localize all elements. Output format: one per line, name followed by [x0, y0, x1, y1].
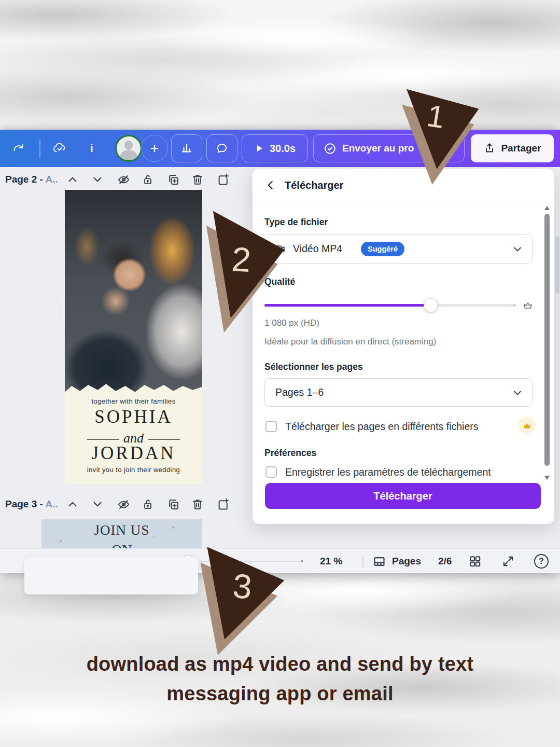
trash-icon[interactable] [189, 171, 206, 188]
info-icon[interactable]: i [90, 130, 93, 167]
invitation-line1: together with their families [65, 397, 202, 405]
lock-icon[interactable] [139, 171, 157, 188]
crown-icon [522, 300, 534, 311]
eye-off-icon[interactable] [115, 171, 132, 188]
caption-text: download as mp4 video and send by text m… [0, 649, 560, 709]
page3-title[interactable]: Page 3 - A.. [5, 493, 58, 516]
play-duration-button[interactable]: 30.0s [242, 134, 308, 162]
download-panel: Télécharger Type de fichier Vidéo MP4 Su… [253, 169, 554, 524]
download-button[interactable]: Télécharger [265, 483, 541, 509]
download-panel-title: Télécharger [285, 169, 343, 202]
duration-label: 30.0s [270, 143, 296, 155]
duplicate-page-button[interactable] [164, 495, 182, 513]
page3-header: Page 3 - A.. [0, 493, 249, 516]
page2-header: Page 2 - A.. [0, 168, 249, 191]
slider-handle[interactable] [424, 298, 438, 312]
separate-files-label: Télécharger les pages en différents fich… [285, 421, 479, 433]
slider-end-tick [514, 305, 515, 306]
move-page-down-button[interactable] [89, 495, 106, 513]
move-page-up-button[interactable] [64, 171, 81, 188]
zoom-slider-tick [301, 560, 303, 562]
scrollbar-thumb[interactable] [544, 214, 550, 466]
join-banner-line2: ON [41, 542, 202, 548]
resolution-hint: Idéale pour la diffusion en direct (stre… [264, 337, 436, 347]
page3-thumbnail[interactable]: JOIN US ON [41, 519, 202, 548]
step-number-2: 2 [230, 239, 252, 280]
floating-tooltip-box [24, 557, 198, 594]
preferences-label: Préférences [264, 448, 316, 459]
toolbar-divider [39, 139, 40, 158]
chat-icon [215, 142, 229, 155]
suggested-badge: Suggéré [361, 242, 404, 256]
trash-icon[interactable] [189, 495, 206, 513]
slider-fill [264, 304, 430, 307]
save-settings-label: Enregistrer les paramètres de télécharge… [285, 466, 491, 478]
help-icon[interactable]: ? [534, 554, 549, 569]
pages-view-icon[interactable] [372, 555, 386, 569]
move-page-down-button[interactable] [89, 171, 106, 188]
premium-crown-badge [518, 417, 536, 434]
join-banner-line1: JOIN US [41, 522, 202, 538]
chevron-down-icon [511, 243, 524, 255]
back-chevron-icon[interactable] [264, 178, 277, 192]
avatar-body [120, 150, 137, 162]
page2-title[interactable]: Page 2 - A.. [5, 168, 58, 191]
canva-app-window: i + 30.0s Envoyer au pro Partager Page 2… [0, 130, 560, 573]
add-collaborator-button[interactable]: + [141, 135, 168, 162]
caption-line2: messaging app or email [0, 679, 560, 709]
save-settings-checkbox[interactable] [265, 466, 277, 478]
step-number-3: 3 [231, 566, 253, 606]
eye-off-icon[interactable] [115, 495, 132, 513]
file-type-value: Vidéo MP4 [293, 234, 342, 263]
add-page-button[interactable] [214, 495, 232, 513]
page-scrollbar[interactable] [555, 169, 559, 511]
redo-icon[interactable] [11, 142, 25, 155]
check-circle-icon [323, 142, 337, 156]
pages-value: Pages 1–6 [275, 379, 324, 406]
chart-icon [180, 142, 193, 155]
duplicate-page-button[interactable] [164, 171, 182, 188]
lock-icon[interactable] [139, 495, 157, 513]
page-scrollbar-thumb[interactable] [555, 236, 559, 293]
wedding-couple-photo [65, 190, 202, 392]
grid-view-icon[interactable] [468, 555, 482, 568]
comments-button[interactable] [206, 134, 237, 162]
play-icon [254, 143, 264, 154]
invitation-card: together with their families SOPHIA and … [65, 383, 202, 485]
scroll-down-arrow[interactable] [544, 476, 550, 480]
pages-dropdown[interactable]: Pages 1–6 [264, 378, 533, 407]
share-icon [483, 142, 496, 155]
select-pages-label: Sélectionner les pages [264, 362, 363, 372]
pages-view-label[interactable]: Pages [392, 549, 421, 574]
annotation-arrow-3: 3 [204, 545, 287, 656]
share-button[interactable]: Partager [471, 134, 554, 162]
avatar[interactable] [115, 135, 142, 162]
invitation-line2: invit you to join their wedding [65, 466, 202, 474]
page-indicator: 2/6 [438, 549, 452, 574]
invitation-name1: SOPHIA [65, 407, 202, 427]
add-page-button[interactable] [214, 171, 232, 188]
page2-thumbnail[interactable]: together with their families SOPHIA and … [65, 190, 202, 485]
cloud-check-icon [52, 141, 67, 156]
annotation-arrow-1: 1 [403, 87, 481, 186]
quality-slider[interactable] [264, 298, 533, 312]
statusbar-divider [362, 556, 363, 567]
separate-files-checkbox[interactable] [265, 421, 277, 432]
chevron-down-icon [511, 386, 524, 399]
invitation-name2: JORDAN [65, 443, 202, 464]
expand-icon[interactable] [501, 555, 515, 568]
scroll-up-arrow[interactable] [544, 206, 550, 210]
move-page-up-button[interactable] [64, 495, 81, 513]
panel-scrollbar[interactable] [544, 206, 550, 480]
annotation-arrow-2: 2 [210, 209, 287, 333]
zoom-level[interactable]: 21 % [320, 549, 342, 574]
avatar-head [124, 141, 133, 150]
insights-button[interactable] [171, 134, 202, 162]
share-label: Partager [501, 143, 541, 154]
file-type-dropdown[interactable]: Vidéo MP4 Suggéré [264, 234, 533, 264]
